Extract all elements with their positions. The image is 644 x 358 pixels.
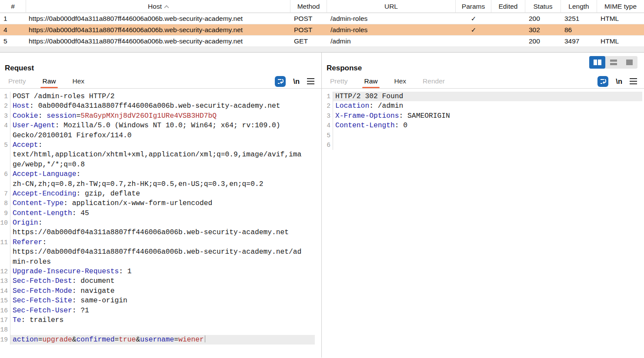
line-content[interactable]: X-Frame-Options: SAMEORIGIN	[333, 111, 642, 121]
response-line-3: 3X-Frame-Options: SAMEORIGIN	[322, 111, 642, 121]
editor-menu-icon[interactable]	[630, 78, 637, 84]
line-number: 3	[0, 111, 10, 121]
word-wrap-toggle-button[interactable]	[275, 76, 286, 87]
line-number: 3	[322, 111, 333, 121]
line-content[interactable]: User-Agent: Mozilla/5.0 (Windows NT 10.0…	[10, 121, 315, 130]
line-content[interactable]: https://0ab000df04a311a8807ff446006a006b…	[10, 247, 315, 257]
request-raw-editor[interactable]: 1POST /admin-roles HTTP/22Host: 0ab000df…	[0, 92, 315, 345]
line-number	[0, 247, 10, 257]
layout-columns-button[interactable]	[589, 56, 605, 69]
column-header-host[interactable]: Host	[26, 0, 290, 13]
show-newlines-toggle[interactable]: \n	[616, 77, 622, 86]
column-header-params[interactable]: Params	[456, 0, 491, 13]
cell-length: 3251	[561, 13, 597, 24]
history-row-4[interactable]: 4https://0ab000df04a311a8807ff446006a006…	[0, 24, 644, 36]
line-number: 14	[0, 286, 10, 296]
request-line-6: 6Accept-Language:	[0, 169, 315, 179]
line-content[interactable]: Content-Length: 45	[10, 209, 315, 218]
line-content[interactable]: Sec-Fetch-Mode: navigate	[10, 286, 315, 296]
line-content[interactable]: Location: /admin	[333, 101, 642, 111]
line-number: 8	[0, 199, 10, 208]
column-header-url[interactable]: URL	[327, 0, 456, 13]
response-line-2: 2Location: /admin	[322, 101, 642, 111]
request-tab-pretty[interactable]: Pretty	[3, 74, 31, 88]
cell-length: 86	[561, 24, 597, 36]
column-header-number[interactable]: #	[0, 0, 26, 13]
response-tab-hex[interactable]: Hex	[389, 74, 412, 88]
line-number: 1	[322, 92, 333, 101]
line-content[interactable]: Cookie: session=5RaGypMXnj8dV26OIg1URe4V…	[10, 111, 315, 121]
line-number: 10	[0, 218, 10, 228]
column-header-length[interactable]: Length	[561, 0, 597, 13]
line-number: 4	[322, 121, 333, 130]
line-content[interactable]	[333, 140, 642, 150]
line-number: 7	[0, 189, 10, 199]
request-editor-toolbar: \n	[275, 76, 314, 87]
line-content[interactable]: Sec-Fetch-Dest: document	[10, 276, 315, 286]
line-content[interactable]: text/html,application/xhtml+xml,applicat…	[10, 150, 315, 159]
request-line-15: 15Sec-Fetch-Site: same-origin	[0, 296, 315, 305]
show-newlines-toggle[interactable]: \n	[293, 77, 300, 86]
cell-method: GET	[290, 36, 327, 47]
word-wrap-toggle-button[interactable]	[597, 76, 608, 87]
cell-status: 200	[525, 13, 561, 24]
request-line-9: 9Content-Length: 45	[0, 209, 315, 218]
response-tab-raw[interactable]: Raw	[359, 74, 383, 88]
line-content[interactable]: Gecko/20100101 Firefox/114.0	[10, 131, 315, 140]
request-tab-hex[interactable]: Hex	[67, 74, 90, 88]
request-line-16: 16Sec-Fetch-User: ?1	[0, 306, 315, 315]
rows-layout-icon	[610, 60, 617, 65]
cell-num: 1	[0, 13, 26, 24]
line-content[interactable]: zh-CN,zh;q=0.8,zh-TW;q=0.7,zh-HK;q=0.5,e…	[10, 179, 315, 189]
line-content[interactable]	[10, 325, 315, 335]
request-tab-raw[interactable]: Raw	[37, 74, 61, 88]
column-header-status[interactable]: Status	[525, 0, 561, 13]
response-editor-toolbar: \n	[597, 76, 637, 87]
line-content[interactable]: Sec-Fetch-Site: same-origin	[10, 296, 315, 305]
request-line-18: 18	[0, 325, 315, 335]
line-content[interactable]: POST /admin-roles HTTP/2	[10, 92, 315, 101]
column-header-method[interactable]: Method	[290, 0, 327, 13]
cell-status: 302	[525, 24, 561, 36]
layout-rows-button[interactable]	[605, 56, 621, 69]
line-number	[0, 228, 10, 237]
cell-url: /admin-roles	[327, 13, 456, 24]
line-content[interactable]	[333, 131, 642, 140]
response-line-1: 1HTTP/2 302 Found	[322, 92, 642, 101]
line-content[interactable]: Content-Length: 0	[333, 121, 642, 130]
request-line-11: 11Referer:	[0, 238, 315, 247]
cell-url: /admin-roles	[327, 24, 456, 36]
line-content[interactable]: Sec-Fetch-User: ?1	[10, 306, 315, 315]
history-row-1[interactable]: 1https://0ab000df04a311a8807ff446006a006…	[0, 13, 644, 24]
line-content[interactable]: Accept-Encoding: gzip, deflate	[10, 189, 315, 199]
line-content[interactable]: min-roles	[10, 257, 315, 267]
column-header-edited[interactable]: Edited	[491, 0, 525, 13]
cell-method: POST	[290, 24, 327, 36]
line-content[interactable]: Accept:	[10, 140, 315, 150]
line-content[interactable]: Referer:	[10, 238, 315, 247]
response-tab-render[interactable]: Render	[417, 74, 450, 88]
history-row-5[interactable]: 5https://0ab000df04a311a8807ff446006a006…	[0, 36, 644, 47]
column-header-mime[interactable]: MIME type	[597, 0, 644, 13]
cell-method: POST	[290, 13, 327, 24]
line-number: 2	[322, 101, 333, 111]
request-line-17: 17Te: trailers	[0, 315, 315, 325]
response-raw-editor[interactable]: 1HTTP/2 302 Found2Location: /admin3X-Fra…	[322, 92, 642, 150]
line-content[interactable]: Host: 0ab000df04a311a8807ff446006a006b.w…	[10, 101, 315, 111]
request-panel-title: Request	[0, 53, 321, 73]
line-content[interactable]: https://0ab000df04a311a8807ff446006a006b…	[10, 228, 315, 237]
line-content[interactable]: Upgrade-Insecure-Requests: 1	[10, 267, 315, 276]
line-content[interactable]: Content-Type: application/x-www-form-url…	[10, 199, 315, 208]
line-content[interactable]: Origin:	[10, 218, 315, 228]
editor-menu-icon[interactable]	[307, 78, 314, 84]
line-content[interactable]: HTTP/2 302 Found	[333, 92, 642, 101]
line-content[interactable]: action=upgrade&confirmed=true&username=w…	[10, 335, 315, 345]
line-content[interactable]: ge/webp,*/*;q=0.8	[10, 160, 315, 169]
request-line-wrap-6: text/html,application/xhtml+xml,applicat…	[0, 150, 315, 159]
cell-edited	[491, 24, 525, 36]
layout-single-button[interactable]	[621, 56, 637, 69]
response-tab-pretty[interactable]: Pretty	[325, 74, 353, 88]
line-content[interactable]: Te: trailers	[10, 315, 315, 325]
line-content[interactable]: Accept-Language:	[10, 169, 315, 179]
line-number: 1	[0, 92, 10, 101]
